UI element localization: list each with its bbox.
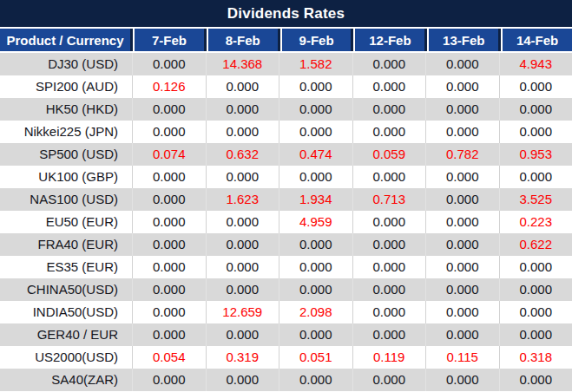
value-cell: 4.959 xyxy=(279,211,352,233)
value-cell: 0.000 xyxy=(279,256,352,278)
product-cell: GER40 / EUR xyxy=(0,323,132,346)
value-cell: 0.223 xyxy=(499,211,572,233)
value-cell: 4.943 xyxy=(499,53,572,75)
dividends-rates-table: Dividends Rates Product / Currency 7-Feb… xyxy=(0,0,572,392)
value-cell: 0.474 xyxy=(279,143,352,166)
value-cell: 0.000 xyxy=(425,53,499,75)
table-row: DJ30 (USD) 0.00014.3681.5820.0000.0004.9… xyxy=(0,53,572,75)
value-cell: 0.000 xyxy=(499,121,572,143)
table-row: SP500 (USD) 0.0740.6320.4740.0590.7820.9… xyxy=(0,143,572,166)
value-cell: 0.000 xyxy=(352,121,426,143)
table-title-bar: Dividends Rates xyxy=(0,0,572,27)
product-cell: Nikkei225 (JPN) xyxy=(0,121,132,143)
table-row: Nikkei225 (JPN) 0.0000.0000.0000.0000.00… xyxy=(0,121,572,143)
value-cell: 0.000 xyxy=(499,256,572,278)
value-cell: 1.934 xyxy=(279,188,352,211)
value-cell: 3.525 xyxy=(499,188,572,211)
value-cell: 0.000 xyxy=(425,75,499,98)
table-row: GER40 / EUR 0.0000.0000.0000.0000.0000.0… xyxy=(0,323,572,346)
value-cell: 0.000 xyxy=(206,75,279,98)
product-cell: US2000(USD) xyxy=(0,346,132,369)
value-cell: 0.319 xyxy=(206,346,279,369)
table-row: FRA40 (EUR) 0.0000.0000.0000.0000.0000.6… xyxy=(0,233,572,256)
product-cell: INDIA50(USD) xyxy=(0,301,132,323)
value-cell: 0.713 xyxy=(352,188,426,211)
value-cell: 0.000 xyxy=(206,166,279,188)
value-cell: 0.000 xyxy=(206,323,279,346)
value-cell: 0.115 xyxy=(425,346,499,369)
value-cell: 0.000 xyxy=(132,301,206,323)
value-cell: 0.000 xyxy=(132,323,206,346)
value-cell: 0.000 xyxy=(352,323,426,346)
product-cell: DJ30 (USD) xyxy=(0,53,132,75)
value-cell: 0.000 xyxy=(425,369,499,391)
value-cell: 0.000 xyxy=(132,278,206,301)
table-title: Dividends Rates xyxy=(227,5,345,23)
value-cell: 0.000 xyxy=(279,323,352,346)
value-cell: 0.000 xyxy=(352,256,426,278)
product-cell: ES35 (EUR) xyxy=(0,256,132,278)
value-cell: 0.318 xyxy=(499,346,572,369)
value-cell: 0.000 xyxy=(206,98,279,121)
value-cell: 0.000 xyxy=(352,369,426,391)
value-cell: 0.119 xyxy=(352,346,426,369)
product-cell: SP500 (USD) xyxy=(0,143,132,166)
table-row: INDIA50(USD) 0.00012.6592.0980.0000.0000… xyxy=(0,301,572,323)
value-cell: 0.000 xyxy=(352,301,426,323)
product-cell: HK50 (HKD) xyxy=(0,98,132,121)
value-cell: 0.000 xyxy=(279,98,352,121)
value-cell: 0.000 xyxy=(206,256,279,278)
value-cell: 0.051 xyxy=(279,346,352,369)
value-cell: 0.000 xyxy=(499,301,572,323)
value-cell: 0.000 xyxy=(352,211,426,233)
date-header: 7-Feb xyxy=(133,29,204,51)
value-cell: 0.782 xyxy=(425,143,499,166)
product-cell: FRA40 (EUR) xyxy=(0,233,132,256)
table-row: EU50 (EUR) 0.0000.0004.9590.0000.0000.22… xyxy=(0,211,572,233)
value-cell: 0.000 xyxy=(132,121,206,143)
value-cell: 0.000 xyxy=(425,166,499,188)
value-cell: 0.000 xyxy=(499,75,572,98)
value-cell: 0.000 xyxy=(425,278,499,301)
value-cell: 0.074 xyxy=(132,143,206,166)
value-cell: 2.098 xyxy=(279,301,352,323)
value-cell: 0.000 xyxy=(279,121,352,143)
date-header: 14-Feb xyxy=(501,29,572,51)
value-cell: 0.000 xyxy=(425,211,499,233)
table-row: UK100 (GBP) 0.0000.0000.0000.0000.0000.0… xyxy=(0,166,572,188)
value-cell: 0.000 xyxy=(425,301,499,323)
value-cell: 0.000 xyxy=(352,75,426,98)
value-cell: 0.054 xyxy=(132,346,206,369)
value-cell: 0.000 xyxy=(425,188,499,211)
column-header-row: Product / Currency 7-Feb8-Feb9-Feb12-Feb… xyxy=(0,27,572,53)
value-cell: 0.000 xyxy=(352,278,426,301)
product-cell: EU50 (EUR) xyxy=(0,211,132,233)
table-row: US2000(USD) 0.0540.3190.0510.1190.1150.3… xyxy=(0,346,572,369)
value-cell: 0.000 xyxy=(499,98,572,121)
product-cell: UK100 (GBP) xyxy=(0,166,132,188)
value-cell: 0.953 xyxy=(499,143,572,166)
value-cell: 0.000 xyxy=(132,369,206,391)
value-cell: 0.126 xyxy=(132,75,206,98)
value-cell: 0.000 xyxy=(352,233,426,256)
value-cell: 1.582 xyxy=(279,53,352,75)
value-cell: 0.000 xyxy=(132,188,206,211)
value-cell: 0.000 xyxy=(206,211,279,233)
product-cell: SPI200 (AUD) xyxy=(0,75,132,98)
value-cell: 0.000 xyxy=(352,98,426,121)
value-cell: 0.000 xyxy=(206,233,279,256)
value-cell: 14.368 xyxy=(206,53,279,75)
value-cell: 12.659 xyxy=(206,301,279,323)
table-row: SA40(ZAR) 0.0000.0000.0000.0000.0000.000 xyxy=(0,369,572,391)
value-cell: 0.000 xyxy=(279,278,352,301)
value-cell: 0.000 xyxy=(499,369,572,391)
date-header: 9-Feb xyxy=(280,29,352,51)
table-body: DJ30 (USD) 0.00014.3681.5820.0000.0004.9… xyxy=(0,53,572,392)
table-row: HK50 (HKD) 0.0000.0000.0000.0000.0000.00… xyxy=(0,98,572,121)
value-cell: 0.000 xyxy=(425,233,499,256)
value-cell: 0.000 xyxy=(206,369,279,391)
table-row: SPI200 (AUD) 0.1260.0000.0000.0000.0000.… xyxy=(0,75,572,98)
value-cell: 0.000 xyxy=(352,166,426,188)
date-header: 12-Feb xyxy=(353,29,424,51)
date-header: 8-Feb xyxy=(207,29,278,51)
